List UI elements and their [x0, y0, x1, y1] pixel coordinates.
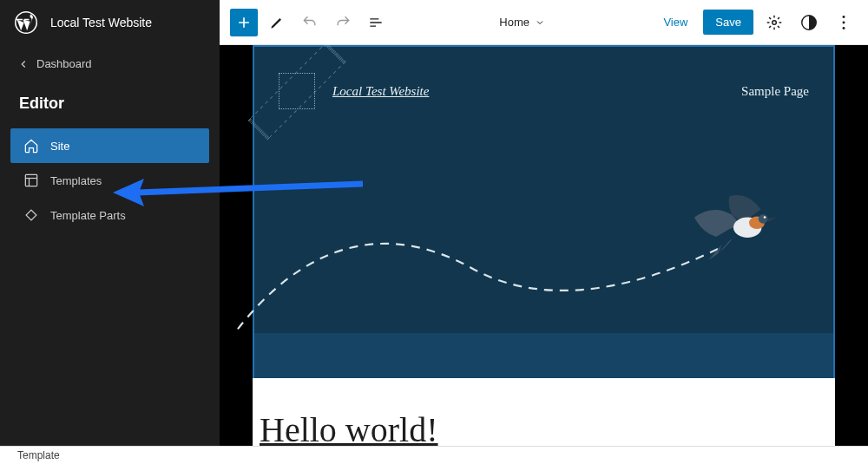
nav-label: Templates — [50, 174, 102, 187]
sidebar-item-template-parts[interactable]: Template Parts — [10, 198, 209, 232]
diamond-icon — [23, 206, 40, 224]
editor-toolbar: Home View Save — [220, 0, 868, 45]
svg-point-7 — [843, 16, 845, 18]
list-icon — [367, 14, 385, 31]
home-icon — [23, 137, 40, 154]
chevron-left-icon — [17, 58, 30, 70]
wordpress-logo-icon — [14, 10, 38, 35]
svg-rect-1 — [25, 174, 36, 186]
nav-label: Site — [50, 140, 69, 153]
site-logo-placeholder[interactable] — [279, 73, 315, 109]
editor-sidebar: Local Test Website Dashboard Editor Site… — [0, 0, 220, 446]
post-title-link[interactable]: Hello world! — [260, 409, 828, 446]
undo-icon — [301, 14, 319, 31]
site-brand-link[interactable]: Local Test Website — [332, 84, 429, 99]
editor-main: Home View Save — [220, 0, 868, 446]
sidebar-item-site[interactable]: Site — [10, 128, 209, 163]
sidebar-item-templates[interactable]: Templates — [10, 163, 209, 198]
sidebar-nav: Site Templates Template Parts — [0, 121, 220, 239]
svg-rect-4 — [26, 210, 36, 220]
svg-point-13 — [764, 216, 766, 219]
nav-link-sample-page[interactable]: Sample Page — [741, 84, 809, 99]
content-area[interactable]: Hello world! — [253, 378, 835, 446]
toolbar-left — [230, 9, 390, 36]
layout-icon — [23, 172, 40, 189]
svg-point-5 — [773, 20, 777, 24]
edit-mode-button[interactable] — [263, 9, 291, 36]
site-header-row: Local Test Website Sample Page — [254, 47, 833, 109]
svg-point-12 — [759, 214, 768, 224]
back-label: Dashboard — [36, 57, 92, 70]
undo-button[interactable] — [296, 9, 324, 36]
hero-header-block[interactable]: Local Test Website Sample Page — [254, 47, 833, 333]
sidebar-section-title: Editor — [0, 82, 220, 121]
toolbar-right: View Save — [654, 9, 858, 36]
settings-button[interactable] — [760, 9, 788, 36]
save-button[interactable]: Save — [703, 10, 753, 35]
nav-label: Template Parts — [50, 209, 126, 222]
site-title: Local Test Website — [50, 16, 152, 29]
plus-icon — [235, 14, 253, 31]
redo-icon — [334, 14, 352, 31]
bird-illustration — [686, 190, 781, 268]
add-block-button[interactable] — [230, 9, 258, 36]
block-selection-overlay — [254, 333, 833, 380]
pencil-icon — [268, 14, 286, 31]
document-switcher[interactable]: Home — [390, 16, 654, 29]
sidebar-header: Local Test Website — [0, 0, 220, 45]
svg-point-8 — [843, 21, 845, 23]
more-vertical-icon — [834, 13, 853, 32]
doc-label: Home — [499, 16, 529, 29]
editor-footer-breadcrumb[interactable]: Template — [0, 446, 868, 464]
redo-button[interactable] — [329, 9, 357, 36]
chevron-down-icon — [535, 17, 545, 28]
editor-canvas[interactable]: Local Test Website Sample Page — [220, 45, 868, 446]
gear-icon — [765, 13, 784, 32]
contrast-icon — [799, 13, 819, 32]
more-options-button[interactable] — [830, 9, 858, 36]
back-to-dashboard-link[interactable]: Dashboard — [0, 45, 220, 82]
view-link[interactable]: View — [654, 10, 696, 34]
list-view-button[interactable] — [362, 9, 390, 36]
breadcrumb-item: Template — [17, 449, 60, 461]
styles-button[interactable] — [795, 9, 823, 36]
svg-point-9 — [843, 26, 845, 29]
